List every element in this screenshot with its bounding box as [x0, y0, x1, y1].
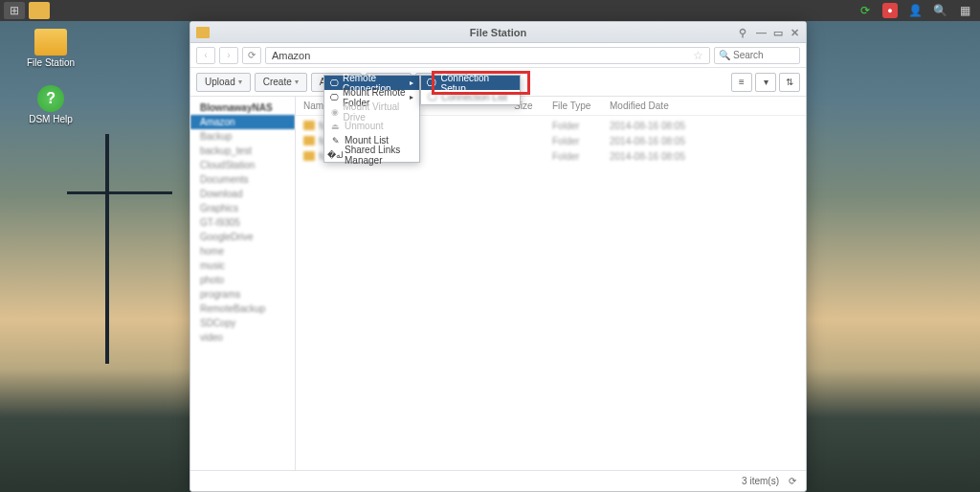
sidebar-item[interactable]: home [190, 244, 295, 258]
grid-icon: ⊞ [7, 3, 22, 18]
path-bar[interactable]: Amazon ☆ [265, 47, 710, 64]
search-box[interactable]: 🔍 [714, 47, 800, 64]
background-crane [57, 134, 172, 373]
list-view-button[interactable]: ≡ [731, 73, 752, 92]
item-count: 3 item(s) [742, 476, 779, 486]
view-caret-button[interactable]: ▾ [755, 73, 776, 92]
search-input[interactable] [733, 50, 791, 60]
sidebar-item[interactable]: SDCopy [190, 316, 295, 330]
disc-icon: ◉ [330, 106, 340, 117]
sidebar-item[interactable]: GoogleDrive [190, 230, 295, 244]
monitor-icon: 🖵 [330, 78, 339, 88]
taskbar-left: ⊞ [0, 2, 50, 19]
taskbar: ⊞ ⟳ ● 👤 🔍 ▦ [0, 0, 980, 21]
help-icon: ? [37, 85, 64, 112]
pin-icon[interactable]: ⚲ [739, 28, 748, 37]
refresh-icon[interactable]: ⟳ [789, 476, 796, 486]
submenu-connection-setup[interactable]: 🖵 Connection Setup [421, 76, 520, 90]
share-icon: �له [330, 149, 341, 160]
sidebar-item[interactable]: music [190, 258, 295, 273]
sidebar-item[interactable]: GT-I9305 [190, 215, 295, 230]
file-station-taskbar-button[interactable] [29, 2, 50, 19]
dsm-help-desktop-icon[interactable]: ? DSM Help [27, 85, 75, 124]
sidebar-root[interactable]: BlownawayNAS [190, 101, 295, 115]
navbar: ‹ › ⟳ Amazon ☆ 🔍 [190, 43, 806, 68]
remote-connection-submenu: 🖵 Connection Setup 🖵 Connection List [420, 75, 521, 105]
folder-icon [196, 27, 210, 38]
tools-dropdown: 🖵 Remote Connection ▸ 🖵 Mount Remote Fol… [323, 75, 420, 163]
file-station-desktop-icon[interactable]: File Station [27, 29, 75, 68]
eject-icon: ⏏ [330, 121, 341, 131]
refresh-icon[interactable]: ⟳ [858, 3, 873, 18]
desktop-icons: File Station ? DSM Help [27, 29, 75, 124]
caret-icon: ▾ [295, 78, 299, 86]
minimize-button[interactable]: — [756, 28, 766, 37]
dsm-help-label: DSM Help [29, 114, 73, 124]
monitor-icon: 🖵 [330, 92, 339, 102]
folder-tree: BlownawayNAS Amazon Backup backup_test C… [190, 97, 296, 470]
submenu-connection-list[interactable]: 🖵 Connection List [421, 90, 520, 104]
col-modified[interactable]: Modified Date [610, 101, 798, 111]
create-button[interactable]: Create▾ [255, 73, 307, 92]
app-grid-button[interactable]: ⊞ [4, 2, 25, 19]
search-icon: 🔍 [719, 50, 730, 60]
window-controls: ⚲ — ▭ ✕ [739, 28, 800, 37]
sort-button[interactable]: ⇅ [779, 73, 800, 92]
sidebar-item[interactable]: programs [190, 287, 295, 302]
chevron-right-icon: ▸ [410, 78, 413, 87]
window-titlebar[interactable]: File Station ⚲ — ▭ ✕ [190, 22, 806, 43]
forward-button[interactable]: › [219, 47, 238, 64]
widgets-icon[interactable]: ▦ [957, 3, 972, 18]
user-icon[interactable]: 👤 [907, 3, 923, 18]
view-controls: ≡ ▾ ⇅ [731, 73, 800, 92]
sidebar-item[interactable]: RemoteBackup [190, 302, 295, 316]
folder-icon [303, 151, 315, 161]
close-button[interactable]: ✕ [791, 28, 800, 37]
window-title: File Station [470, 27, 526, 38]
sidebar-item-amazon[interactable]: Amazon [190, 115, 295, 129]
star-icon[interactable]: ☆ [693, 49, 703, 62]
notification-icon[interactable]: ● [882, 3, 898, 18]
list-icon: ✎ [330, 135, 341, 145]
status-bar: 3 item(s) ⟳ [190, 470, 806, 491]
file-station-label: File Station [27, 57, 75, 68]
caret-icon: ▾ [238, 78, 242, 86]
sidebar-item[interactable]: backup_test [190, 144, 295, 158]
folder-icon [34, 29, 67, 56]
taskbar-right: ⟳ ● 👤 🔍 ▦ [858, 3, 980, 18]
search-icon[interactable]: 🔍 [932, 3, 947, 18]
col-type[interactable]: File Type [552, 101, 610, 111]
sidebar-item[interactable]: Graphics [190, 201, 295, 215]
monitor-icon: 🖵 [427, 78, 437, 88]
sidebar-item[interactable]: Download [190, 187, 295, 201]
maximize-button[interactable]: ▭ [773, 28, 783, 37]
menu-shared-links[interactable]: �له Shared Links Manager [324, 147, 419, 162]
sidebar-item[interactable]: photo [190, 273, 295, 287]
folder-icon [303, 136, 315, 145]
path-text: Amazon [272, 50, 310, 61]
refresh-button[interactable]: ⟳ [242, 47, 261, 64]
sidebar-item[interactable]: Backup [190, 129, 295, 144]
sidebar-item[interactable]: CloudStation [190, 158, 295, 172]
sidebar-item[interactable]: video [190, 330, 295, 345]
monitor-icon: 🖵 [427, 92, 437, 102]
content-area: BlownawayNAS Amazon Backup backup_test C… [190, 97, 806, 470]
folder-icon [303, 121, 315, 130]
menu-mount-virtual-drive: ◉ Mount Virtual Drive [324, 104, 419, 119]
sidebar-item[interactable]: Documents [190, 172, 295, 187]
upload-button[interactable]: Upload▾ [196, 73, 251, 92]
back-button[interactable]: ‹ [196, 47, 215, 64]
